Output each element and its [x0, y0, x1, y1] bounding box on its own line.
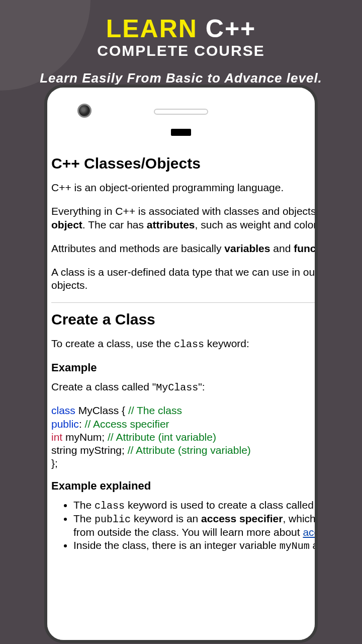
divider [51, 302, 315, 303]
example-explained-heading: Example explained [51, 479, 315, 493]
paragraph: Everything in C++ is associated with cla… [51, 205, 315, 232]
list-item: Inside the class, there is an integer va… [73, 539, 315, 552]
hero-header: LEARN C++ COMPLETE COURSE Learn Easily F… [0, 0, 362, 86]
document-content[interactable]: C++ Classes/Objects C++ is an object-ori… [47, 143, 315, 640]
paragraph: C++ is an object-oriented programming la… [51, 181, 315, 195]
list-item: The class keyword is used to create a cl… [73, 499, 315, 512]
section-title-create: Create a Class [51, 311, 315, 328]
paragraph: A class is a user-defined data type that… [51, 266, 315, 293]
phone-frame: C++ Classes/Objects C++ is an object-ori… [44, 85, 318, 643]
hero-word-learn: LEARN [106, 15, 198, 43]
hero-tagline: Learn Easily From Basic to Advance level… [0, 70, 362, 86]
status-bar-pill [171, 129, 191, 136]
example-heading: Example [51, 361, 315, 374]
hero-word-cpp: C++ [206, 15, 256, 43]
section-title-classes: C++ Classes/Objects [51, 155, 315, 172]
list-item: The public keyword is an access specifie… [73, 512, 315, 539]
code-block: class MyClass { // The class public: // … [51, 404, 315, 470]
phone-top-bezel [47, 88, 315, 143]
hero-subtitle: COMPLETE COURSE [0, 42, 362, 59]
access-link[interactable]: acc [303, 526, 315, 538]
paragraph: Create a class called "MyClass": [51, 380, 315, 394]
camera-icon [77, 104, 92, 118]
hero-title: LEARN C++ [0, 14, 362, 43]
explanation-list: The class keyword is used to create a cl… [73, 499, 315, 552]
speaker-grille [154, 109, 208, 115]
paragraph: Attributes and methods are basically var… [51, 242, 315, 256]
paragraph: To create a class, use the class keyword… [51, 337, 315, 351]
